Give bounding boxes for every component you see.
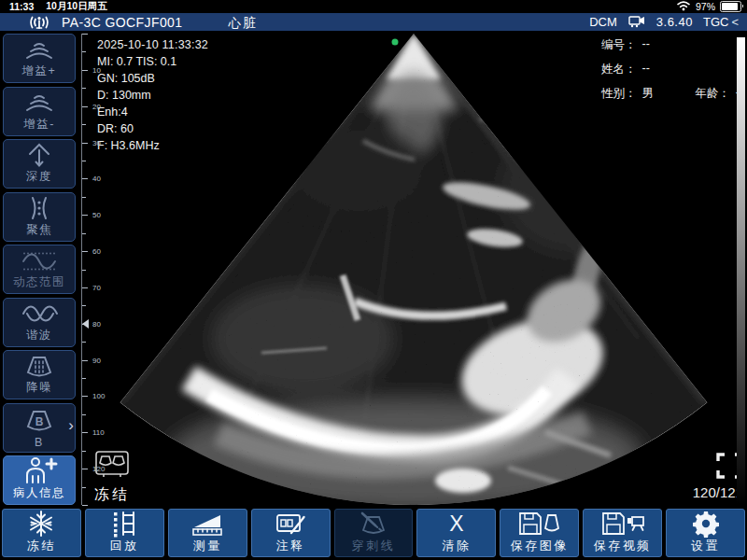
toolbar-button-clear[interactable]: X清除 (416, 509, 496, 557)
b-mode-icon: B (22, 406, 56, 436)
patient-info-panel: 编号： -- 姓名： -- 性别： 男 年龄： -- (601, 37, 743, 110)
sidebar-item-harmonic[interactable]: 谐波 (3, 298, 76, 347)
patient-id-label: 编号： (601, 37, 637, 53)
sidebar: 增益+增益-深度聚焦动态范围谐波降噪BB›病人信息 (0, 31, 78, 509)
ruler-tick (82, 414, 86, 415)
ruler-tick (82, 378, 86, 379)
ruler-tick (82, 305, 86, 306)
ruler-tick (82, 70, 88, 71)
ruler-label: 40 (92, 175, 101, 183)
focus-icon (22, 194, 56, 222)
toolbar-button-label: 测量 (193, 538, 222, 554)
ruler-icon (191, 511, 223, 536)
grayscale-bar (737, 37, 745, 504)
ruler-tick (82, 469, 88, 469)
ruler-tick (82, 360, 88, 361)
toolbar-button-save-video[interactable]: 保存视频 (583, 509, 662, 557)
sidebar-item-label: 动态范围 (13, 274, 65, 290)
status-bar: 11:33 10月10日周五 97% (0, 0, 747, 13)
ruler-tick (82, 106, 88, 107)
note-icon (275, 511, 306, 536)
toolbar-button-settings[interactable]: 设置 (666, 509, 745, 557)
dcm-label[interactable]: DCM (589, 15, 617, 29)
toolbar-button-label: 清除 (442, 538, 471, 554)
sidebar-item-denoise[interactable]: 降噪 (3, 350, 76, 399)
ruler-label: 50 (92, 211, 101, 219)
toolbar-button-label: 设置 (691, 538, 720, 554)
gear-icon (692, 511, 720, 536)
toolbar-button-measure[interactable]: 测量 (168, 509, 247, 557)
depth-ruler: 102030405060708090100110120 (81, 31, 120, 509)
sidebar-item-depth[interactable]: 深度 (3, 139, 76, 189)
chevron-left-icon: < (731, 15, 739, 29)
ruler-tick (82, 51, 86, 52)
ruler-label: 30 (92, 138, 101, 147)
ruler-tick (82, 287, 88, 288)
sidebar-item-label: 谐波 (26, 328, 52, 343)
tgc-control[interactable]: TGC < (703, 15, 739, 29)
toolbar-button-label: 穿刺线 (352, 538, 396, 554)
ruler-label: 70 (92, 283, 101, 291)
toolbar-button-label: 保存视频 (594, 538, 652, 554)
ultrasound-app-screen: 11:33 10月10日周五 97% PA-3C GOCFJF001 心脏 DC… (0, 0, 747, 560)
patient-age-label: 年龄： (695, 86, 730, 102)
svg-text:X: X (449, 511, 463, 536)
sidebar-item-focus[interactable]: 聚焦 (3, 192, 76, 242)
ruler-tick (82, 197, 86, 198)
harmonic-icon (20, 301, 59, 328)
toolbar-button-playback[interactable]: 回放 (85, 509, 164, 557)
battery-percent: 97% (696, 1, 715, 12)
ruler-tick (82, 487, 86, 488)
software-version: 3.6.40 (656, 15, 693, 29)
ruler-label: 60 (92, 247, 101, 256)
ruler-tick (82, 215, 88, 216)
toolbar-button-needle-guide[interactable]: 穿刺线 (334, 509, 414, 557)
freeze-status-text: 冻结 (94, 485, 130, 505)
sidebar-item-label: B (35, 436, 44, 449)
patient-sex-label: 性别： (601, 86, 637, 102)
ultrasound-display-area: 2025-10-10 11:33:32 MI: 0.7 TIS: 0.1 GN:… (78, 31, 747, 509)
sidebar-item-gain-plus[interactable]: 增益+ (3, 34, 76, 83)
sidebar-item-dynamic-range[interactable]: 动态范围 (3, 245, 76, 294)
toolbar-button-label: 保存图像 (511, 538, 569, 554)
dynamic-range-icon (20, 247, 59, 274)
sidebar-item-gain-minus[interactable]: 增益- (3, 87, 76, 136)
app-header: PA-3C GOCFJF001 心脏 DCM 3.6.40 TGC < (0, 13, 747, 31)
toolbar-button-label: 冻结 (27, 538, 56, 554)
ruler-tick (82, 251, 88, 252)
tgc-label: TGC (703, 15, 728, 29)
ruler-tick (82, 233, 86, 234)
probe-antenna-icon (28, 14, 50, 31)
bottom-toolbar: 冻结回放测量注释穿刺线X清除保存图像保存视频设置 (0, 509, 747, 557)
orientation-marker-dot (392, 39, 399, 46)
dual-image-icon (94, 466, 130, 482)
chevron-right-icon: › (68, 416, 74, 435)
filmstrip-icon (110, 511, 138, 536)
sidebar-item-label: 病人信息 (13, 485, 65, 501)
depth-icon (22, 141, 56, 169)
toolbar-button-annotate[interactable]: 注释 (251, 509, 331, 557)
toolbar-button-save-image[interactable]: 保存图像 (500, 509, 579, 557)
patient-name-value: -- (642, 62, 650, 77)
toolbar-button-label: 注释 (276, 538, 305, 554)
needle-icon (358, 511, 389, 536)
svg-text:B: B (35, 415, 44, 428)
patient-id-value: -- (642, 37, 650, 53)
wifi-icon (676, 0, 691, 13)
ruler-label: 90 (92, 356, 101, 364)
ruler-label: 20 (92, 102, 101, 110)
sidebar-item-label: 增益- (23, 117, 55, 133)
ruler-tick (82, 451, 86, 452)
focus-marker-icon[interactable] (82, 319, 89, 329)
save-image-icon (517, 511, 562, 536)
gain-plus-icon (22, 36, 56, 63)
ruler-tick (82, 270, 86, 271)
ruler-label: 110 (92, 428, 105, 437)
dcm-transfer-icon[interactable] (627, 13, 646, 31)
ruler-tick (82, 124, 86, 125)
ruler-tick (82, 505, 88, 506)
sidebar-item-label: 降噪 (26, 380, 52, 396)
toolbar-button-freeze[interactable]: 冻结 (2, 509, 81, 557)
sidebar-item-b-mode[interactable]: BB› (3, 403, 76, 453)
sidebar-item-patient-info[interactable]: 病人信息 (3, 455, 76, 505)
